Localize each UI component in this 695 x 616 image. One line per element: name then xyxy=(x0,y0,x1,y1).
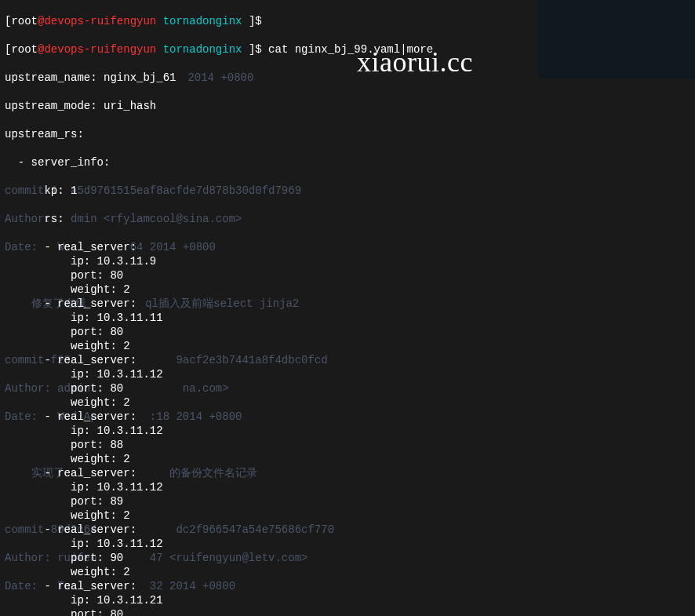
yaml-server-1-weight: weight: 2 xyxy=(5,339,690,353)
yaml-upstream-mode: upstream_mode: uri_hash xyxy=(5,99,690,113)
yaml-server-5-ip: ip: 10.3.11.12 xyxy=(5,537,690,551)
yaml-server-4-rs: - real_server: xyxy=(5,466,690,480)
yaml-server-0-rs: - real_server: xyxy=(5,240,690,254)
yaml-server-4-port: port: 89 xyxy=(5,494,690,508)
yaml-server-0-weight: weight: 2 xyxy=(5,282,690,297)
yaml-server-2-port: port: 80 xyxy=(5,381,690,395)
yaml-server-3-weight: weight: 2 xyxy=(5,452,690,466)
yaml-server-6-ip: ip: 10.3.11.21 xyxy=(5,593,690,607)
terminal-output: [root@devops-ruifengyun tornadonginx ]$ … xyxy=(0,0,695,616)
yaml-kp: kp: 1 xyxy=(5,184,690,198)
yaml-server-6-port: port: 80 xyxy=(5,607,690,616)
prompt-line-2[interactable]: [root@devops-ruifengyun tornadonginx ]$ … xyxy=(5,42,690,56)
yaml-server-5-rs: - real_server: xyxy=(5,523,690,537)
yaml-server-3-port: port: 88 xyxy=(5,438,690,452)
yaml-server-2-weight: weight: 2 xyxy=(5,395,690,410)
yaml-server-5-port: port: 90 xyxy=(5,551,690,565)
yaml-server-info: - server_info: xyxy=(5,155,690,169)
yaml-server-6-rs: - real_server: xyxy=(5,579,690,593)
yaml-server-0-ip: ip: 10.3.11.9 xyxy=(5,254,690,268)
yaml-server-4-weight: weight: 2 xyxy=(5,508,690,523)
yaml-server-1-port: port: 80 xyxy=(5,325,690,339)
yaml-server-0-port: port: 80 xyxy=(5,268,690,282)
yaml-server-2-rs: - real_server: xyxy=(5,353,690,367)
prompt-line-1[interactable]: [root@devops-ruifengyun tornadonginx ]$ xyxy=(5,14,690,28)
yaml-server-1-rs: - real_server: xyxy=(5,297,690,311)
yaml-rs: rs: xyxy=(5,212,690,226)
yaml-server-3-ip: ip: 10.3.11.12 xyxy=(5,424,690,438)
yaml-server-3-rs: - real_server: xyxy=(5,410,690,424)
watermark-text: xiaorui.cc xyxy=(357,55,473,69)
yaml-upstream-rs: upstream_rs: xyxy=(5,127,690,141)
yaml-server-4-ip: ip: 10.3.11.12 xyxy=(5,480,690,494)
yaml-server-5-weight: weight: 2 xyxy=(5,565,690,579)
yaml-upstream-name: upstream_name: nginx_bj_61 xyxy=(5,71,690,85)
yaml-server-2-ip: ip: 10.3.11.12 xyxy=(5,367,690,381)
yaml-server-1-ip: ip: 10.3.11.11 xyxy=(5,311,690,325)
